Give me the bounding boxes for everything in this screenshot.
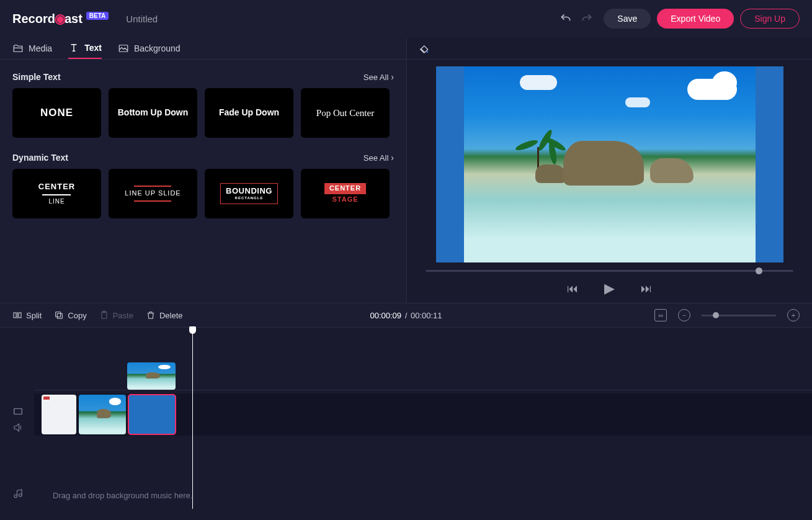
- svg-rect-9: [14, 409, 22, 415]
- trash-icon: [146, 310, 156, 320]
- export-video-button[interactable]: Export Video: [657, 9, 734, 29]
- left-panel: Media Text Background Simple Text See Al…: [0, 37, 406, 303]
- logo-text-2: ast: [65, 12, 83, 26]
- see-all-simple[interactable]: See All ›: [364, 72, 394, 82]
- see-all-dynamic[interactable]: See All ›: [364, 153, 394, 163]
- copy-icon: [54, 310, 64, 320]
- music-track[interactable]: Drag and drop background music here.: [34, 482, 812, 509]
- tab-media[interactable]: Media: [12, 37, 52, 59]
- cloud-icon: [520, 75, 557, 90]
- paint-bucket-icon: [417, 42, 430, 55]
- save-button[interactable]: Save: [604, 9, 651, 29]
- svg-point-16: [14, 495, 17, 498]
- see-all-label: See All: [364, 153, 388, 163]
- rock-icon: [535, 164, 566, 183]
- music-track-icon[interactable]: [12, 488, 24, 501]
- signup-button[interactable]: Sign Up: [740, 9, 800, 29]
- rock-icon: [650, 158, 694, 183]
- forward-icon: ⏭: [641, 282, 652, 295]
- folder-icon: [12, 43, 24, 54]
- time-current: 00:00:09: [370, 311, 401, 320]
- video-track-icon[interactable]: [12, 406, 24, 419]
- logo-text-1: Record: [12, 12, 55, 26]
- undo-button[interactable]: [555, 8, 576, 29]
- toolbar-label: Copy: [68, 311, 86, 320]
- video-clip-1[interactable]: [42, 395, 76, 434]
- forward-button[interactable]: ⏭: [641, 282, 652, 295]
- text-preset-pop-out-center[interactable]: Pop Out Center: [301, 88, 390, 138]
- svg-point-1: [427, 51, 429, 53]
- preset-line-1: BOUNDING: [226, 186, 272, 196]
- split-button[interactable]: Split: [12, 310, 42, 320]
- logo[interactable]: Record◉ast BETA: [12, 11, 109, 26]
- zoom-slider[interactable]: [702, 315, 776, 316]
- play-icon: ◉: [54, 11, 65, 26]
- paste-button[interactable]: Paste: [99, 310, 133, 320]
- tab-label: Media: [29, 43, 52, 53]
- text-preset-line-up-slide[interactable]: LINE UP SLIDE: [109, 169, 197, 218]
- project-title[interactable]: Untitled: [126, 14, 158, 24]
- preset-line-2: LINE: [48, 198, 65, 206]
- video-preview[interactable]: [436, 66, 783, 262]
- text-preset-bottom-up-down[interactable]: Bottom Up Down: [109, 88, 197, 138]
- text-preset-fade-up-down[interactable]: Fade Up Down: [205, 88, 293, 138]
- text-preset-bounding-rectangle[interactable]: BOUNDING RECTANGLE: [205, 169, 293, 218]
- preview-panel: ⏮ ▶ ⏭: [406, 37, 812, 303]
- preview-scrubber[interactable]: [426, 270, 793, 272]
- beta-badge: BETA: [86, 12, 109, 20]
- toolbar-label: Delete: [159, 311, 183, 320]
- see-all-label: See All: [364, 73, 388, 82]
- svg-rect-3: [19, 313, 21, 318]
- track-area[interactable]: Drag and drop background music here.: [34, 328, 812, 509]
- text-preset-center-stage[interactable]: CENTER STAGE: [301, 169, 390, 218]
- delete-button[interactable]: Delete: [146, 310, 183, 320]
- section-dynamic-title: Dynamic Text: [12, 153, 68, 163]
- play-icon: ▶: [604, 280, 615, 296]
- timeline: Drag and drop background music here.: [0, 328, 812, 520]
- scrubber-thumb[interactable]: [756, 267, 762, 274]
- svg-rect-2: [14, 313, 16, 318]
- svg-rect-6: [56, 312, 61, 317]
- undo-icon: [560, 12, 572, 25]
- preset-line-1: CENTER: [324, 183, 366, 194]
- svg-rect-5: [58, 313, 63, 318]
- tab-background[interactable]: Background: [118, 37, 181, 59]
- zoom-thumb[interactable]: [713, 312, 719, 318]
- minus-icon: −: [682, 312, 686, 319]
- tab-label: Text: [84, 43, 102, 53]
- play-button[interactable]: ▶: [604, 280, 615, 297]
- zoom-in-button[interactable]: +: [787, 309, 800, 321]
- cloud-icon: [625, 97, 650, 107]
- copy-button[interactable]: Copy: [54, 310, 86, 320]
- overlay-clip[interactable]: [127, 362, 176, 390]
- section-simple-title: Simple Text: [12, 72, 61, 82]
- preset-line-2: RECTANGLE: [235, 196, 264, 201]
- preset-line: LINE UP SLIDE: [125, 189, 181, 198]
- paste-icon: [99, 310, 109, 320]
- divider-icon: [42, 194, 71, 195]
- rock-icon: [563, 141, 644, 186]
- music-track-hint: Drag and drop background music here.: [34, 491, 192, 500]
- playhead[interactable]: [192, 328, 193, 509]
- rewind-button[interactable]: ⏮: [567, 282, 578, 295]
- background-color-button[interactable]: [416, 40, 432, 56]
- redo-icon: [581, 12, 593, 25]
- toolbar-label: Paste: [113, 311, 133, 320]
- tab-label: Background: [134, 43, 181, 53]
- svg-point-17: [19, 494, 22, 497]
- split-icon: [12, 310, 22, 320]
- divider-icon: [134, 200, 171, 202]
- redo-button[interactable]: [576, 8, 597, 29]
- zoom-out-button[interactable]: −: [678, 309, 690, 321]
- fit-icon: ⇔: [658, 312, 663, 319]
- text-preset-none[interactable]: NONE: [12, 88, 101, 138]
- fit-timeline-button[interactable]: ⇔: [654, 309, 667, 321]
- chevron-right-icon: ›: [391, 72, 394, 82]
- tab-text[interactable]: Text: [68, 37, 102, 59]
- time-total: 00:00:11: [411, 311, 442, 320]
- preset-line-1: CENTER: [38, 182, 75, 192]
- audio-track-icon[interactable]: [12, 422, 24, 436]
- video-clip-2[interactable]: [79, 395, 126, 434]
- text-preset-center-line[interactable]: CENTER LINE: [12, 169, 101, 218]
- video-clip-3-selected[interactable]: [128, 395, 176, 434]
